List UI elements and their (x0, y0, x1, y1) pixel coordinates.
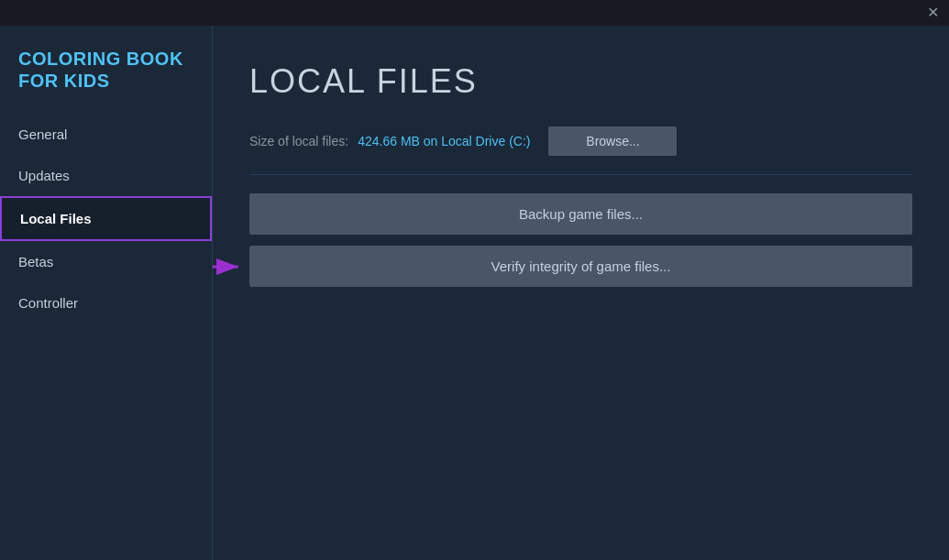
size-row: Size of local files: 424.66 MB on Local … (249, 126, 912, 156)
divider (249, 174, 912, 175)
logo-line1: COLORING BOOK (18, 49, 183, 69)
arrow-svg (213, 253, 249, 280)
app-logo: COLORING BOOK FOR KIDS (0, 40, 212, 114)
title-bar: ✕ (0, 0, 949, 26)
sidebar-item-updates[interactable]: Updates (0, 155, 212, 196)
sidebar-item-controller[interactable]: Controller (0, 282, 212, 324)
size-label: Size of local files: (249, 134, 348, 148)
verify-button[interactable]: Verify integrity of game files... (249, 246, 912, 287)
sidebar-item-general[interactable]: General (0, 114, 212, 155)
size-value: 424.66 MB on Local Drive (C:) (358, 134, 530, 148)
content-area: COLORING BOOK FOR KIDS General Updates L… (0, 26, 949, 560)
browse-button[interactable]: Browse... (548, 126, 677, 156)
sidebar-item-local-files[interactable]: Local Files (0, 196, 212, 241)
close-button[interactable]: ✕ (923, 4, 942, 22)
sidebar-item-betas[interactable]: Betas (0, 241, 212, 282)
verify-row: Verify integrity of game files... (249, 246, 912, 287)
backup-button[interactable]: Backup game files... (249, 193, 912, 235)
main-content: LOCAL FILES Size of local files: 424.66 … (213, 26, 949, 560)
logo-line2: FOR KIDS (18, 71, 110, 91)
page-title: LOCAL FILES (249, 62, 912, 101)
arrow-annotation (213, 253, 249, 280)
app-window: ✕ COLORING BOOK FOR KIDS General Updates… (0, 0, 949, 560)
sidebar: COLORING BOOK FOR KIDS General Updates L… (0, 26, 213, 560)
